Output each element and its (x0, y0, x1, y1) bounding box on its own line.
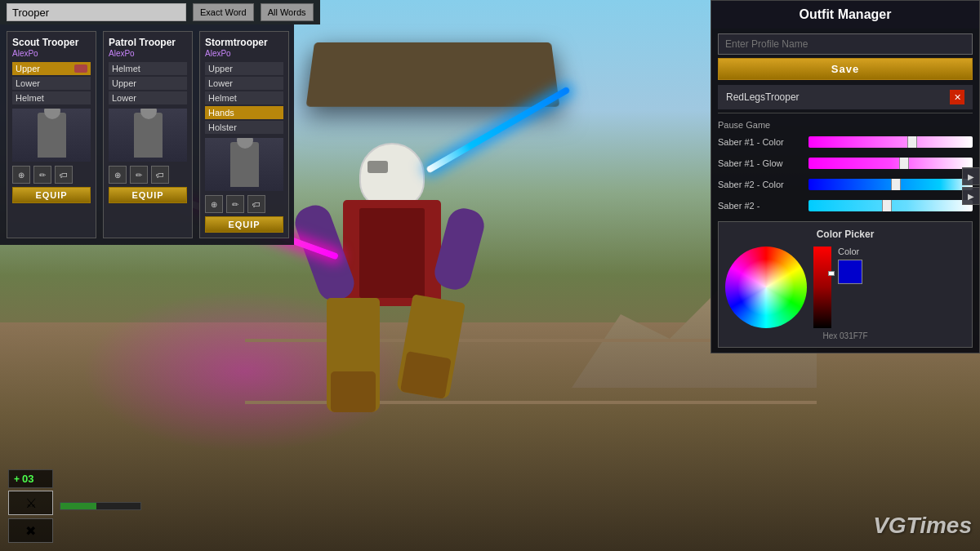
saber-1-color-label: Saber #1 - Color (718, 137, 804, 147)
counter-value: 03 (22, 473, 33, 485)
preview-figure-1 (38, 113, 66, 158)
outfit-slot-holster-3: Holster (205, 121, 283, 134)
saber-2-glow-slider[interactable] (808, 198, 973, 213)
outfit-card-scout-trooper: Scout Trooper AlexPo Upper Lower Helmet … (7, 31, 96, 238)
profile-name-input[interactable] (718, 33, 973, 55)
outfit-icon-btn-pencil-2[interactable]: ✏ (130, 166, 148, 184)
outfit-manager-panel: Outfit Manager Save RedLegsTrooper ✕ Pau… (710, 0, 980, 353)
outfit-preview-3 (205, 138, 283, 191)
outfit-title-1: Scout Trooper (12, 37, 91, 48)
hud-bottom: + 03 ⚔ ✖ (8, 469, 141, 543)
outfit-preview-1 (12, 109, 91, 162)
outfit-icon-btn-tag-2[interactable]: 🏷 (151, 166, 169, 184)
hud-counter: + 03 (8, 469, 53, 488)
right-icon-1[interactable]: ▶ (962, 167, 980, 185)
outfit-author-1: AlexPo (12, 49, 91, 58)
divider (718, 113, 973, 113)
preview-figure-2 (134, 113, 163, 158)
color-label-section: Color (838, 247, 862, 284)
char-helmet (359, 143, 425, 208)
char-left-leg (327, 298, 380, 412)
outfit-preview-2 (109, 109, 187, 162)
search-bar: Trooper Exact Word All Words (0, 0, 320, 24)
right-icons: ▶ ▶ (962, 167, 980, 205)
overhead-structure (306, 42, 560, 107)
saber-2-color-slider[interactable] (808, 177, 973, 192)
outfit-icon-row-2: ⊕ ✏ 🏷 (109, 166, 187, 184)
saber-2-track (808, 158, 973, 169)
equip-button-1[interactable]: EQUIP (12, 187, 91, 203)
outfit-title-3: Stormtrooper (205, 37, 283, 48)
hex-value: 031F7F (840, 331, 867, 340)
saber-3-track (808, 179, 973, 190)
outfit-icon-row-3: ⊕ ✏ 🏷 (205, 195, 283, 213)
outfit-slot-lower-2: Lower (109, 91, 187, 104)
hex-label: Hex 031F7F (725, 331, 965, 340)
equip-button-2[interactable]: EQUIP (109, 187, 187, 203)
color-wheel[interactable] (725, 247, 807, 328)
color-picker-inner: Color (725, 247, 965, 328)
slot-icon-1 (74, 64, 87, 73)
health-fill (60, 503, 96, 509)
save-profile-button[interactable]: Save (718, 58, 973, 80)
outfit-icon-btn-tag-1[interactable]: 🏷 (55, 166, 73, 184)
saber-4-handle[interactable] (882, 200, 892, 211)
hud-weapons: ⚔ ✖ (8, 491, 53, 543)
outfit-title-2: Patrol Trooper (109, 37, 187, 48)
outfit-card-stormtrooper: Stormtrooper AlexPo Upper Lower Helmet H… (199, 31, 289, 238)
search-input[interactable]: Trooper (12, 7, 159, 19)
outfit-card-patrol-trooper: Patrol Trooper AlexPo Helmet Upper Lower… (103, 31, 193, 238)
outfit-slot-lower-1: Lower (12, 77, 91, 90)
saber-row-3: Saber #2 - Color (711, 174, 979, 195)
outfit-slot-hands-3: Hands (205, 106, 283, 119)
weapon-slot-1[interactable]: ⚔ (8, 491, 53, 515)
outfit-icon-btn-tag-3[interactable]: 🏷 (247, 195, 265, 213)
outfit-icon-row-1: ⊕ ✏ 🏷 (12, 166, 91, 184)
outfit-slot-upper-2: Upper (109, 77, 187, 90)
outfit-manager-title: Outfit Manager (711, 1, 979, 29)
character-model (302, 143, 482, 469)
saber-1-handle[interactable] (907, 136, 917, 148)
outfit-icon-btn-plus-2[interactable]: ⊕ (109, 166, 127, 184)
char-legs (327, 298, 457, 429)
outfit-icon-btn-plus-3[interactable]: ⊕ (205, 195, 223, 213)
outfit-slot-helmet-3: Helmet (205, 91, 283, 104)
saber-row-1: Saber #1 - Color (711, 131, 979, 153)
health-bar (60, 502, 141, 510)
outfit-icon-btn-pencil-1[interactable]: ✏ (33, 166, 51, 184)
all-words-button[interactable]: All Words (261, 3, 314, 21)
outfit-icon-btn-pencil-3[interactable]: ✏ (226, 195, 244, 213)
char-torso (343, 200, 441, 306)
saber-1-track (808, 136, 973, 148)
exact-word-button[interactable]: Exact Word (193, 3, 254, 21)
profile-name-label: RedLegsTrooper (726, 91, 800, 103)
saber-3-handle[interactable] (891, 179, 901, 190)
outfit-panel: Scout Trooper AlexPo Upper Lower Helmet … (0, 24, 294, 245)
search-input-container[interactable]: Trooper (7, 3, 186, 21)
char-right-leg (396, 294, 466, 399)
weapon-slot-2[interactable]: ✖ (8, 518, 53, 543)
color-gradient-bar[interactable] (813, 247, 831, 328)
color-picker-section: Color Picker Color Hex 031F7F (718, 221, 973, 348)
watermark: VGTimes (873, 513, 972, 539)
gradient-handle[interactable] (828, 271, 835, 276)
saber-2-color-label: Saber #2 - Color (718, 180, 804, 189)
saber-4-track (808, 200, 973, 211)
outfit-author-3: AlexPo (205, 49, 283, 58)
counter-icon: + (14, 473, 20, 485)
outfit-slot-upper-1: Upper (12, 62, 91, 75)
pause-game-label: Pause Game (711, 117, 979, 131)
equip-button-3[interactable]: EQUIP (205, 216, 283, 233)
saber-2-handle[interactable] (899, 158, 909, 169)
saber-2-label: Saber #2 - (718, 201, 804, 211)
saber-1-glow-slider[interactable] (808, 156, 973, 171)
profile-delete-button[interactable]: ✕ (950, 90, 964, 104)
saber-1-glow-label: Saber #1 - Glow (718, 158, 804, 168)
right-icon-2[interactable]: ▶ (962, 187, 980, 205)
outfit-slot-helmet-2: Helmet (109, 62, 187, 75)
saber-1-color-slider[interactable] (808, 135, 973, 149)
color-preview-box[interactable] (838, 260, 862, 284)
outfit-icon-btn-plus-1[interactable]: ⊕ (12, 166, 30, 184)
hud-left: + 03 ⚔ ✖ (8, 469, 53, 543)
saber-row-2: Saber #1 - Glow (711, 153, 979, 174)
